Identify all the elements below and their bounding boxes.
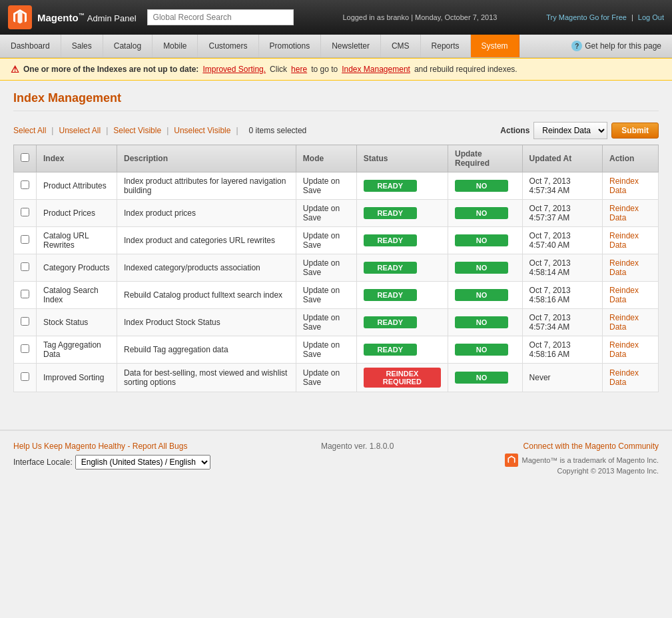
alert-link2[interactable]: here: [291, 65, 307, 74]
unselect-all-link[interactable]: Unselect All: [59, 126, 101, 135]
row-update-required: NO: [448, 172, 523, 200]
alert-icon: ⚠: [11, 64, 19, 75]
row-checkbox-cell: [14, 227, 37, 254]
th-update-required: Update Required: [448, 145, 523, 172]
row-checkbox[interactable]: [21, 262, 29, 271]
page-title: Index Management: [13, 91, 659, 111]
row-status: READY: [356, 172, 448, 200]
footer-left: Help Us Keep Magento Healthy - Report Al…: [13, 442, 210, 469]
alert-link3[interactable]: Index Management: [342, 65, 410, 74]
select-all-checkbox[interactable]: [21, 153, 29, 162]
update-required-badge: NO: [455, 344, 508, 356]
row-mode: Update on Save: [296, 254, 356, 282]
table-row: Product Prices Index product prices Upda…: [14, 200, 659, 227]
alert-main-text: One or more of the Indexes are not up to…: [23, 65, 198, 74]
reindex-data-link[interactable]: Reindex Data: [609, 313, 639, 332]
row-checkbox[interactable]: [21, 317, 29, 326]
items-selected-count: 0 items selected: [249, 126, 307, 135]
reindex-data-link[interactable]: Reindex Data: [609, 340, 639, 359]
logo-brand-text: Magento™ Admin Panel: [37, 12, 137, 23]
nav-system[interactable]: System: [471, 35, 519, 57]
alert-link1[interactable]: Improved Sorting.: [202, 65, 266, 74]
reindex-data-link[interactable]: Reindex Data: [609, 286, 639, 304]
actions-dropdown[interactable]: Reindex Data: [533, 122, 607, 139]
actions-label: Actions: [500, 126, 529, 135]
reindex-data-link[interactable]: Reindex Data: [609, 176, 639, 195]
row-update-required: NO: [448, 254, 523, 282]
reindex-data-link[interactable]: Reindex Data: [609, 258, 639, 277]
row-checkbox[interactable]: [21, 180, 29, 189]
status-badge: READY: [364, 344, 417, 356]
row-update-required: NO: [448, 364, 523, 392]
help-link[interactable]: ? Get help for this page: [561, 35, 672, 57]
update-required-badge: NO: [455, 180, 508, 192]
row-index: Category Products: [37, 254, 117, 282]
row-checkbox[interactable]: [21, 235, 29, 244]
nav-mobile[interactable]: Mobile: [153, 35, 198, 57]
magento-logo-icon: [8, 5, 32, 29]
footer-locale: Interface Locale: English (United States…: [13, 455, 210, 469]
table-row: Catalog URL Rewrites Index product and c…: [14, 227, 659, 254]
th-description: Description: [117, 145, 296, 172]
row-update-required: NO: [448, 200, 523, 227]
search-input[interactable]: [147, 9, 294, 25]
row-mode: Update on Save: [296, 282, 356, 309]
reindex-data-link[interactable]: Reindex Data: [609, 204, 639, 222]
row-updated-at: Oct 7, 2013 4:58:16 AM: [522, 282, 602, 309]
update-required-badge: NO: [455, 289, 508, 301]
row-checkbox[interactable]: [21, 344, 29, 353]
table-row: Improved Sorting Data for best-selling, …: [14, 364, 659, 392]
nav: Dashboard Sales Catalog Mobile Customers…: [0, 35, 672, 58]
row-index: Improved Sorting: [37, 364, 117, 392]
row-description: Index product and categories URL rewrite…: [117, 227, 296, 254]
nav-catalog[interactable]: Catalog: [103, 35, 153, 57]
row-action: Reindex Data: [603, 227, 659, 254]
header: Magento™ Admin Panel Logged in as branko…: [0, 0, 672, 35]
row-status: READY: [356, 200, 448, 227]
row-updated-at: Oct 7, 2013 4:58:16 AM: [522, 336, 602, 364]
row-checkbox[interactable]: [21, 290, 29, 298]
content: Index Management Select All | Unselect A…: [0, 81, 672, 403]
row-index: Stock Status: [37, 309, 117, 336]
try-magento-link[interactable]: Try Magento Go for Free: [546, 13, 627, 21]
nav-newsletter[interactable]: Newsletter: [321, 35, 381, 57]
status-badge: READY: [364, 316, 417, 328]
row-updated-at: Never: [522, 364, 602, 392]
nav-sales[interactable]: Sales: [61, 35, 103, 57]
bugs-link[interactable]: Help Us Keep Magento Healthy - Report Al…: [13, 442, 187, 451]
footer-center: Magento ver. 1.8.0.0: [321, 442, 394, 451]
locale-select[interactable]: English (United States) / English: [75, 455, 210, 469]
row-checkbox-cell: [14, 200, 37, 227]
table-row: Stock Status Index Product Stock Status …: [14, 309, 659, 336]
table-body: Product Attributes Index product attribu…: [14, 172, 659, 392]
row-checkbox[interactable]: [21, 372, 29, 381]
unselect-visible-link[interactable]: Unselect Visible: [174, 126, 230, 135]
logout-link[interactable]: Log Out: [638, 13, 664, 21]
copyright-text: Copyright © 2013 Magento Inc.: [557, 467, 659, 475]
reindex-data-link[interactable]: Reindex Data: [609, 231, 639, 250]
nav-cms[interactable]: CMS: [381, 35, 421, 57]
row-index: Product Prices: [37, 200, 117, 227]
row-description: Index product attributes for layered nav…: [117, 172, 296, 200]
row-checkbox[interactable]: [21, 208, 29, 216]
nav-dashboard[interactable]: Dashboard: [0, 35, 61, 57]
row-index: Catalog Search Index: [37, 282, 117, 309]
row-action: Reindex Data: [603, 364, 659, 392]
row-description: Index product prices: [117, 200, 296, 227]
footer-inner: Help Us Keep Magento Healthy - Report Al…: [13, 442, 659, 475]
submit-button[interactable]: Submit: [611, 123, 659, 139]
nav-customers[interactable]: Customers: [198, 35, 258, 57]
row-action: Reindex Data: [603, 200, 659, 227]
reindex-data-link[interactable]: Reindex Data: [609, 368, 639, 387]
select-visible-link[interactable]: Select Visible: [113, 126, 161, 135]
nav-promotions[interactable]: Promotions: [259, 35, 322, 57]
header-links: Try Magento Go for Free | Log Out: [546, 13, 664, 21]
select-all-link[interactable]: Select All: [13, 126, 46, 135]
update-required-badge: NO: [455, 207, 508, 219]
row-description: Data for best-selling, most viewed and w…: [117, 364, 296, 392]
community-link[interactable]: Connect with the Magento Community: [523, 442, 659, 451]
alert-bar: ⚠ One or more of the Indexes are not up …: [0, 58, 672, 81]
nav-reports[interactable]: Reports: [421, 35, 471, 57]
th-checkbox: [14, 145, 37, 172]
row-mode: Update on Save: [296, 364, 356, 392]
